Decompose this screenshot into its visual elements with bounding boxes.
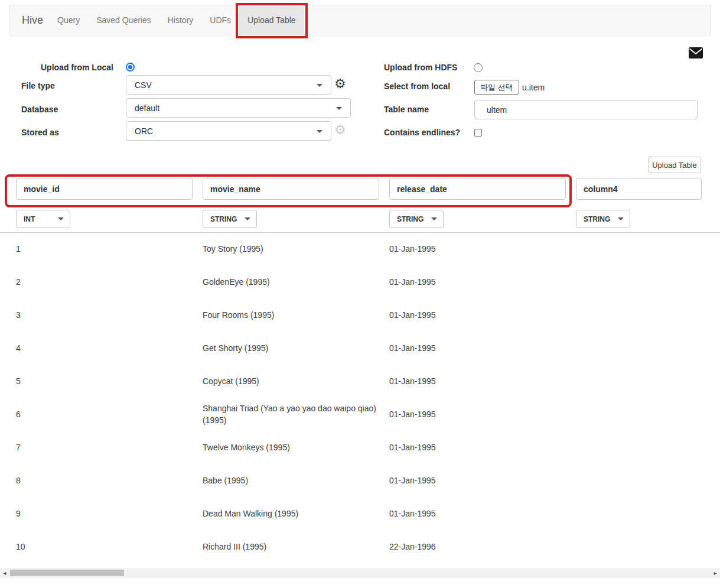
tab-saved-queries[interactable]: Saved Queries — [88, 5, 159, 35]
top-nav: Hive Query Saved Queries History UDFs Up… — [9, 5, 711, 35]
tab-udfs[interactable]: UDFs — [201, 5, 239, 35]
table-cell: 8 — [16, 475, 203, 486]
column-type-value: STRING — [210, 215, 237, 223]
table-cell: 01-Jan-1995 — [389, 276, 576, 288]
column-name-input-4[interactable] — [576, 178, 702, 200]
column-type-select-3[interactable]: STRING — [389, 210, 444, 228]
column-type-select-1[interactable]: INT — [16, 210, 70, 228]
table-name-label: Table name — [384, 105, 429, 114]
stored-as-settings-gear-icon[interactable]: ⚙ — [334, 124, 346, 137]
table-cell: 5 — [16, 375, 203, 387]
scroll-left-arrow-icon[interactable]: ◂ — [0, 568, 9, 578]
envelope-icon — [689, 47, 703, 59]
table-cell: Twelve Monkeys (1995) — [203, 441, 389, 453]
column-type-select-4[interactable]: STRING — [576, 210, 630, 228]
table-row: 9Dead Man Walking (1995)01-Jan-1995 — [0, 497, 720, 530]
table-cell: Four Rooms (1995) — [203, 309, 389, 321]
table-cell: 4 — [16, 342, 203, 354]
table-cell: 3 — [16, 309, 203, 321]
table-cell: Get Shorty (1995) — [203, 342, 389, 354]
stored-as-value: ORC — [135, 126, 153, 136]
table-cell: 7 — [16, 441, 203, 453]
table-cell: GoldenEye (1995) — [203, 276, 389, 288]
table-cell: 9 — [16, 508, 203, 519]
select-from-local-label: Select from local — [384, 82, 450, 91]
table-cell: Shanghai Triad (Yao a yao yao dao waipo … — [203, 402, 389, 426]
upload-from-hdfs-label: Upload from HDFS — [384, 63, 457, 72]
contains-endlines-label: Contains endlines? — [384, 128, 460, 137]
column-type-select-2[interactable]: STRING — [203, 210, 257, 228]
table-cell: 1 — [16, 243, 203, 255]
nav-tabs: Query Saved Queries History UDFs Upload … — [49, 5, 304, 35]
stored-as-label: Stored as — [21, 128, 59, 137]
selected-file-name: u.item — [522, 83, 545, 92]
tab-query[interactable]: Query — [49, 5, 88, 35]
scrollbar-thumb[interactable] — [10, 570, 124, 576]
column-name-input-1[interactable] — [16, 178, 193, 200]
choose-file-button[interactable]: 파일 선택 — [474, 80, 519, 95]
table-row: 10Richard III (1995)22-Jan-1996 — [0, 530, 720, 563]
file-type-value: CSV — [135, 80, 152, 90]
table-cell: 10 — [16, 541, 203, 553]
table-cell: 01-Jan-1995 — [389, 375, 576, 387]
table-row: 6Shanghai Triad (Yao a yao yao dao waipo… — [0, 398, 720, 431]
tab-history[interactable]: History — [159, 5, 202, 35]
table-cell: 6 — [16, 408, 203, 420]
table-row: 4Get Shorty (1995)01-Jan-1995 — [0, 332, 720, 365]
table-row: 1Toy Story (1995)01-Jan-1995 — [0, 232, 720, 265]
table-cell: Dead Man Walking (1995) — [203, 508, 389, 519]
table-cell: Babe (1995) — [203, 475, 389, 486]
column-name-input-2[interactable] — [203, 178, 379, 200]
contains-endlines-checkbox[interactable] — [474, 129, 482, 137]
database-label: Database — [21, 105, 58, 114]
table-cell: Toy Story (1995) — [203, 243, 389, 255]
stored-as-select[interactable]: ORC — [126, 121, 331, 141]
column-type-value: INT — [24, 215, 35, 223]
chevron-down-icon — [317, 84, 322, 87]
upload-table-page: Hive Query Saved Queries History UDFs Up… — [0, 0, 720, 588]
table-cell: 01-Jan-1995 — [389, 408, 576, 420]
file-type-label: File type — [21, 81, 55, 90]
tab-label: Saved Queries — [96, 15, 151, 25]
table-cell: 22-Jan-1996 — [389, 541, 576, 553]
upload-from-hdfs-radio[interactable] — [474, 63, 483, 72]
scroll-right-arrow-icon[interactable]: ▸ — [711, 568, 720, 578]
table-cell: 2 — [16, 276, 203, 288]
tab-label: Query — [57, 15, 80, 25]
upload-table-button[interactable]: Upload Table — [648, 157, 701, 173]
table-row: 3Four Rooms (1995)01-Jan-1995 — [0, 298, 720, 332]
table-row: 2GoldenEye (1995)01-Jan-1995 — [0, 265, 720, 298]
app-brand: Hive — [10, 5, 49, 35]
table-cell: Copycat (1995) — [203, 375, 389, 387]
file-type-select[interactable]: CSV — [126, 75, 331, 95]
chevron-down-icon — [431, 217, 437, 220]
tab-label: Upload Table — [247, 15, 295, 25]
tab-label: History — [168, 15, 194, 25]
horizontal-scrollbar[interactable]: ◂ ▸ — [0, 568, 720, 578]
table-row: 8Babe (1995)01-Jan-1995 — [0, 464, 720, 497]
upload-from-local-radio[interactable] — [126, 63, 135, 72]
table-cell: 01-Jan-1995 — [389, 309, 576, 321]
table-cell: 01-Jan-1995 — [389, 441, 576, 453]
chevron-down-icon — [618, 217, 624, 220]
preview-rows: 1Toy Story (1995)01-Jan-19952GoldenEye (… — [0, 232, 720, 563]
table-row: 5Copycat (1995)01-Jan-1995 — [0, 365, 720, 398]
column-type-value: STRING — [397, 215, 423, 223]
upload-from-local-label: Upload from Local — [41, 63, 113, 72]
chevron-down-icon — [317, 130, 322, 133]
table-cell: Richard III (1995) — [203, 541, 389, 553]
column-name-input-3[interactable] — [389, 178, 566, 200]
table-name-input[interactable] — [474, 100, 698, 119]
column-type-value: STRING — [584, 215, 610, 223]
tab-upload-table[interactable]: Upload Table — [239, 5, 304, 35]
database-select[interactable]: default — [126, 98, 351, 118]
chevron-down-icon — [58, 217, 64, 220]
chevron-down-icon — [336, 107, 342, 110]
message-envelope-icon[interactable] — [689, 47, 703, 59]
chevron-down-icon — [245, 217, 250, 220]
database-value: default — [135, 103, 159, 113]
table-cell: 01-Jan-1995 — [389, 508, 576, 519]
tab-label: UDFs — [210, 15, 231, 25]
file-type-settings-gear-icon[interactable]: ⚙ — [334, 77, 346, 90]
table-row: 7Twelve Monkeys (1995)01-Jan-1995 — [0, 431, 720, 464]
